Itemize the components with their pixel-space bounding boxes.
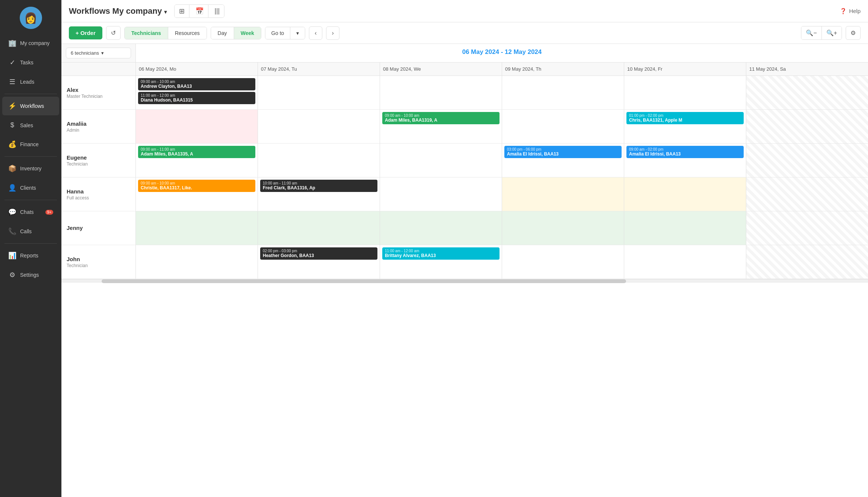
sidebar-nav: 🏢 My company ✓ Tasks ☰ Leads ⚡ Workflows…	[0, 33, 61, 497]
order-button[interactable]: + Order	[69, 26, 102, 39]
day-cell[interactable]: 09:00 am - 11:00 am Adam Miles, BAA1335,…	[136, 144, 258, 177]
sidebar-item-chats[interactable]: 💬 Chats 9+	[2, 203, 59, 221]
day-cell[interactable]	[502, 177, 624, 211]
sidebar-item-sales[interactable]: $ Sales	[2, 116, 59, 134]
refresh-button[interactable]: ↺	[106, 26, 121, 40]
help-label: Help	[849, 8, 861, 14]
day-cell[interactable]	[380, 211, 502, 245]
event-block[interactable]: 03:00 pm - 06:00 pm Amalia El Idrissi, B…	[504, 146, 622, 158]
day-cell[interactable]	[502, 110, 624, 143]
day-cell[interactable]	[624, 177, 746, 211]
sidebar-item-tasks[interactable]: ✓ Tasks	[2, 53, 59, 72]
day-cell[interactable]	[502, 76, 624, 109]
goto-button[interactable]: Go to	[265, 27, 290, 39]
day-cell[interactable]	[746, 110, 868, 143]
event-block[interactable]: 09:00 am - 02:00 pm Amalia El Idrissi, B…	[626, 146, 744, 158]
tab-resources[interactable]: Resources	[168, 27, 207, 39]
sidebar-item-reports[interactable]: 📊 Reports	[2, 246, 59, 265]
event-block[interactable]: 09:00 am - 10:00 am Christie, BAA1317, L…	[138, 180, 255, 192]
day-cell[interactable]	[746, 211, 868, 245]
view-tab-group: TechniciansResources	[124, 27, 207, 39]
event-block[interactable]: 09:00 am - 10:00 am Andrew Clayton, BAA1…	[138, 78, 255, 90]
tech-days: 09:00 am - 11:00 am Adam Miles, BAA1335,…	[136, 144, 868, 177]
goto-dropdown-button[interactable]: ▾	[290, 27, 305, 39]
horizontal-scrollbar[interactable]	[61, 279, 868, 283]
event-block[interactable]: 11:00 am - 12:00 am Diana Hudson, BAA131…	[138, 92, 255, 104]
event-block[interactable]: 11:00 am - 12:00 am Brittany Alvarez, BA…	[382, 247, 500, 260]
help-button[interactable]: ❓ Help	[840, 8, 861, 15]
day-cell[interactable]: 01:00 pm - 02:00 pm Chris, BAA1321, Appl…	[624, 110, 746, 143]
event-time: 09:00 am - 10:00 am	[141, 80, 253, 84]
tab-technicians[interactable]: Technicians	[125, 27, 168, 39]
day-cell[interactable]: 03:00 pm - 06:00 pm Amalia El Idrissi, B…	[502, 144, 624, 177]
settings-icon: ⚙	[8, 271, 16, 279]
main-content: Workflows My company ▾ ⊞ 📅 ||| ❓ Help + …	[61, 0, 868, 497]
day-cell[interactable]	[136, 211, 258, 245]
day-cell[interactable]: 10:00 am - 11:00 am Fred Clark, BAA1316,…	[258, 177, 380, 211]
sidebar-item-inventory[interactable]: 📦 Inventory	[2, 159, 59, 178]
day-cell[interactable]: 09:00 am - 10:00 am Andrew Clayton, BAA1…	[136, 76, 258, 109]
company-dropdown-icon[interactable]: ▾	[164, 9, 167, 15]
day-cell[interactable]	[258, 76, 380, 109]
sidebar-item-my-company[interactable]: 🏢 My company	[2, 34, 59, 52]
event-block[interactable]: 10:00 am - 11:00 am Fred Clark, BAA1316,…	[260, 180, 377, 192]
sidebar-item-calls[interactable]: 📞 Calls	[2, 222, 59, 241]
period-tab-week[interactable]: Week	[234, 27, 261, 39]
day-cell[interactable]: 11:00 am - 12:00 am Brittany Alvarez, BA…	[380, 245, 502, 279]
tech-info: Hanna Full access	[61, 177, 136, 211]
day-cell[interactable]: 02:00 pm - 03:00 pm Heather Gordon, BAA1…	[258, 245, 380, 279]
event-name: Amalia El Idrissi, BAA13	[507, 151, 619, 157]
day-cell[interactable]	[136, 110, 258, 143]
prev-button[interactable]: ‹	[309, 26, 322, 40]
day-cell[interactable]	[746, 76, 868, 109]
calendar-header-row: 06 May 2024, Mo07 May 2024, Tu08 May 202…	[61, 62, 868, 76]
calendar-view-icon[interactable]: 📅	[191, 5, 208, 17]
event-time: 11:00 am - 12:00 am	[141, 93, 253, 97]
event-block[interactable]: 09:00 am - 11:00 am Adam Miles, BAA1335,…	[138, 146, 255, 158]
avatar: 👩	[20, 7, 42, 29]
period-tab-day[interactable]: Day	[211, 27, 234, 39]
scrollbar-thumb[interactable]	[102, 279, 626, 283]
day-cell[interactable]	[380, 144, 502, 177]
day-cell[interactable]	[746, 245, 868, 279]
bar-view-icon[interactable]: |||	[210, 5, 224, 17]
event-name: Adam Miles, BAA1335, A	[141, 151, 253, 157]
day-cell[interactable]	[380, 76, 502, 109]
zoom-out-button[interactable]: 🔍−	[801, 26, 821, 39]
sidebar-item-finance[interactable]: 💰 Finance	[2, 135, 59, 154]
day-cell[interactable]	[502, 211, 624, 245]
day-cell[interactable]: 09:00 am - 02:00 pm Amalia El Idrissi, B…	[624, 144, 746, 177]
day-cell[interactable]	[258, 144, 380, 177]
sidebar-item-workflows[interactable]: ⚡ Workflows	[2, 97, 59, 115]
day-cell[interactable]	[746, 144, 868, 177]
day-cell[interactable]	[624, 211, 746, 245]
day-cell[interactable]	[380, 177, 502, 211]
calendar-container: 6 technicians ▾ 06 May 2024 - 12 May 202…	[61, 44, 868, 497]
zoom-in-button[interactable]: 🔍+	[822, 26, 842, 39]
day-cell[interactable]	[746, 177, 868, 211]
event-block[interactable]: 09:00 am - 10:00 am Adam Miles, BAA1319,…	[382, 112, 500, 124]
date-header-cell: 09 May 2024, Th	[502, 62, 624, 76]
event-block[interactable]: 02:00 pm - 03:00 pm Heather Gordon, BAA1…	[260, 247, 377, 260]
day-cell[interactable]	[502, 245, 624, 279]
event-name: Fred Clark, BAA1316, Ap	[263, 185, 375, 190]
day-cell[interactable]	[624, 76, 746, 109]
sidebar-item-settings[interactable]: ⚙ Settings	[2, 266, 59, 284]
tech-info: Alex Master Technician	[61, 76, 136, 109]
sidebar-item-clients[interactable]: 👤 Clients	[2, 179, 59, 197]
date-range-title: 06 May 2024 - 12 May 2024	[136, 44, 868, 62]
calendar-settings-button[interactable]: ⚙	[846, 26, 861, 40]
grid-view-icon[interactable]: ⊞	[175, 5, 189, 17]
day-cell[interactable]: 09:00 am - 10:00 am Christie, BAA1317, L…	[136, 177, 258, 211]
sidebar-item-leads[interactable]: ☰ Leads	[2, 73, 59, 91]
next-button[interactable]: ›	[326, 26, 339, 40]
event-name: Adam Miles, BAA1319, A	[385, 118, 497, 123]
day-cell[interactable]	[136, 245, 258, 279]
day-cell[interactable]	[258, 211, 380, 245]
tech-filter-label: 6 technicians	[71, 50, 99, 56]
event-block[interactable]: 01:00 pm - 02:00 pm Chris, BAA1321, Appl…	[626, 112, 744, 124]
day-cell[interactable]	[624, 245, 746, 279]
day-cell[interactable]	[258, 110, 380, 143]
tech-filter-button[interactable]: 6 technicians ▾	[66, 48, 131, 58]
day-cell[interactable]: 09:00 am - 10:00 am Adam Miles, BAA1319,…	[380, 110, 502, 143]
